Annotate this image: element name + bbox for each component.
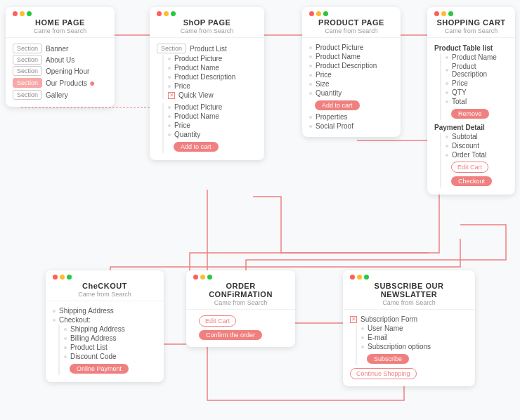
product-page-card: PRODUCT PAGE Came from Search Product Pi… [302, 7, 401, 137]
subscribe-subtitle: Came from Search [350, 299, 468, 306]
dot-red [193, 275, 198, 280]
home-page-title: HOME PAGE [13, 18, 108, 27]
list-item: Price [446, 79, 508, 87]
product-page-title: PRODUCT PAGE [309, 18, 394, 27]
dot-green [364, 275, 369, 280]
checkbox-icon: ✕ [168, 92, 175, 99]
home-page-body: Section Banner Section About Us Section … [6, 38, 115, 107]
dot-green [323, 11, 328, 16]
cart-product-group: Product Name Product Description Price Q… [440, 53, 508, 120]
list-item: Quantity [309, 89, 394, 97]
product-page-body: Product Picture Product Name Product Des… [302, 38, 401, 137]
checkout-title: CheCKOUT [53, 282, 157, 290]
checkout-body: Shipping Address Checkout: Shipping Addr… [46, 301, 164, 382]
arrow-right-icon: ● [89, 77, 95, 88]
list-item: Price [168, 122, 257, 129]
list-item: Shipping Address [53, 307, 157, 315]
product-table-label: Product Table list [434, 44, 508, 52]
payment-group: Subtotal Discount Order Total Edit Cart … [440, 133, 508, 188]
list-item: User Name [361, 324, 468, 332]
section-tag: Section [13, 55, 42, 65]
shop-group2: Product Picture Product Name Price Quant… [162, 103, 257, 153]
list-item: Shipping Address [64, 325, 157, 333]
list-item: Section Opening Hour [13, 66, 108, 76]
list-item: Quantity [168, 131, 257, 138]
shop-page-subtitle: Came from Search [157, 27, 257, 34]
list-item: Product Description [309, 62, 394, 70]
shop-page-body: Section Product List Product Picture Pro… [150, 38, 264, 160]
home-page-card: HOME PAGE Came from Search Section Banne… [6, 7, 115, 107]
list-item: QTY [446, 88, 508, 96]
shopping-cart-card: SHOPPING CART Came from Search Product T… [427, 7, 515, 195]
list-item: Product Picture [168, 103, 257, 111]
list-item: Order Total [446, 151, 508, 159]
shop-page-title: ShOP PAGE [157, 18, 257, 27]
continue-shopping-button[interactable]: Continue Shopping [350, 368, 417, 379]
list-item: Social Proof [309, 122, 394, 130]
section-tag-highlighted: Section [13, 78, 42, 88]
subscribe-header: SUBSCRIBE OUR NEWSLATTER Came from Searc… [343, 270, 475, 310]
list-item: Section Gallery [13, 90, 108, 100]
dot-yellow [60, 275, 65, 280]
edit-cart-button[interactable]: Edit Cart [451, 162, 488, 173]
list-item: Subscription options [361, 343, 468, 350]
remove-button[interactable]: Remove [451, 109, 489, 119]
dot-green [27, 11, 32, 16]
checkout-button[interactable]: Checkout [451, 176, 492, 186]
list-item: Price [309, 71, 394, 79]
dot-red [434, 11, 439, 16]
dot-green [448, 11, 453, 16]
list-item: Price [168, 82, 257, 90]
checkout-header: CheCKOUT Came from Search [46, 270, 164, 301]
add-to-cart-button[interactable]: Add to cart [315, 100, 360, 110]
subscribe-title: SUBSCRIBE OUR NEWSLATTER [350, 282, 468, 298]
order-confirmation-subtitle: Came from Search [193, 299, 288, 306]
list-item: E-mail [361, 334, 468, 341]
section-tag: Section [13, 44, 42, 53]
quick-view-item: ✕ Quick View [168, 91, 257, 99]
list-item: Section Our Products ● [13, 77, 108, 88]
checkout-group: Shipping Address Billing Address Product… [58, 325, 157, 375]
order-confirmation-header: ORDER CONFiRMATION Came from Search [186, 270, 295, 310]
checkout-card: CheCKOUT Came from Search Shipping Addre… [46, 270, 164, 382]
shop-page-card: ShOP PAGE Came from Search Section Produ… [150, 7, 264, 160]
list-item: Discount [446, 142, 508, 150]
dot-yellow [200, 275, 205, 280]
order-confirmation-card: ORDER CONFiRMATION Came from Search Edit… [186, 270, 295, 347]
section-tag: Section [13, 90, 42, 100]
dot-yellow [20, 11, 25, 16]
section-tag: Section [13, 66, 42, 76]
list-item: Checkout: [53, 316, 157, 324]
edit-cart-button[interactable]: Edit Cart [199, 315, 236, 327]
diagram-container: HOME PAGE Came from Search Section Banne… [0, 0, 520, 420]
dot-yellow [357, 275, 362, 280]
list-item: Subtotal [446, 133, 508, 140]
list-item: Product Picture [309, 44, 394, 51]
dot-red [13, 11, 18, 16]
list-item: Product Picture [168, 55, 257, 63]
section-tag: Section [157, 44, 186, 53]
home-page-subtitle: Came from Search [13, 27, 108, 34]
subscribe-button[interactable]: Subscribe [367, 354, 409, 364]
confirm-order-button[interactable]: Confirm the order [199, 330, 262, 340]
online-payment-button[interactable]: Online Payment [70, 364, 129, 374]
list-item: Product Description [446, 63, 508, 78]
list-item: Product Name [309, 53, 394, 60]
dot-yellow [316, 11, 321, 16]
product-page-subtitle: Came from Search [309, 27, 394, 34]
order-confirmation-title: ORDER CONFiRMATION [193, 282, 288, 298]
payment-detail-label: Payment Detail [434, 124, 508, 131]
shopping-cart-header: SHOPPING CART Came from Search [427, 7, 515, 38]
list-item: Section Banner [13, 44, 108, 53]
shopping-cart-title: SHOPPING CART [434, 18, 508, 27]
checkout-subtitle: Came from Search [53, 291, 157, 298]
list-item: Total [446, 98, 508, 105]
checkbox-icon: ✕ [350, 316, 357, 323]
shopping-cart-subtitle: Came from Search [434, 27, 508, 34]
list-item: Product List [64, 343, 157, 351]
list-item: Billing Address [64, 334, 157, 342]
dot-yellow [164, 11, 169, 16]
subscribe-group: User Name E-mail Subscription options Su… [356, 324, 468, 365]
dot-red [350, 275, 355, 280]
add-to-cart-button[interactable]: Add to cart [174, 142, 219, 152]
